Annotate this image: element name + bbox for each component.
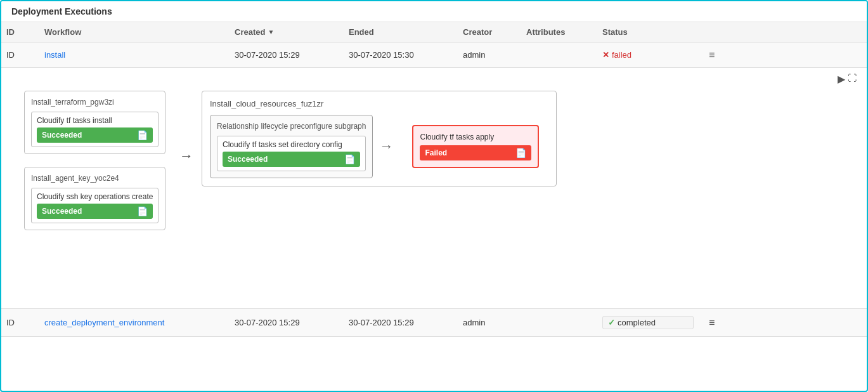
- node-terraform: Install_terraform_pgw3zi Cloudify tf tas…: [24, 91, 165, 154]
- header-id: ID: [1, 27, 39, 37]
- agent-status-bar: Succeeded 📄: [37, 204, 153, 219]
- header-ended: Ended: [344, 27, 458, 37]
- row1-ended: 30-07-2020 15:30: [344, 50, 458, 60]
- page-container: Deployment Executions ID Workflow Create…: [0, 0, 868, 392]
- row2-creator: admin: [458, 318, 521, 327]
- header-created: Created ▼: [230, 27, 344, 37]
- left-node-group: Install_terraform_pgw3zi Cloudify tf tas…: [24, 91, 165, 230]
- row2-workflow-link[interactable]: create_deployment_environment: [44, 318, 164, 327]
- check-mark-icon: ✓: [608, 318, 615, 327]
- play-icon[interactable]: ▶: [838, 73, 845, 85]
- agent-doc-icon[interactable]: 📄: [137, 206, 148, 216]
- agent-task-box: Cloudify ssh key operations create Succe…: [31, 188, 159, 223]
- header-attributes: Attributes: [521, 27, 597, 37]
- cloud-box-title: Install_cloud_resources_fuz1zr: [210, 99, 548, 108]
- menu-icon[interactable]: ≡: [704, 49, 720, 60]
- arrow-left-to-cloud: →: [179, 148, 193, 164]
- subgraph-task-label: Cloudify tf tasks set directory config: [223, 140, 360, 149]
- apply-doc-icon[interactable]: 📄: [515, 148, 526, 158]
- row2-workflow: create_deployment_environment: [39, 318, 230, 327]
- subgraph-box: Relationship lifecycle preconfigure subg…: [210, 115, 373, 178]
- header-status: Status: [597, 27, 699, 37]
- terraform-status-bar: Succeeded 📄: [37, 127, 153, 143]
- graph-area: ▶ ⛶ Install_terraform_pgw3zi Cloudify tf…: [1, 68, 867, 309]
- table-row-create-deployment: ID create_deployment_environment 30-07-2…: [1, 309, 867, 337]
- subgraph-status-bar: Succeeded 📄: [223, 152, 360, 167]
- agent-task-label: Cloudify ssh key operations create: [37, 192, 153, 201]
- node-agent-title: Install_agent_key_yoc2e4: [31, 174, 159, 183]
- subgraph-task-box: Cloudify tf tasks set directory config S…: [217, 136, 366, 171]
- terraform-task-box: Cloudify tf tasks install Succeeded 📄: [31, 112, 159, 147]
- row1-id: ID: [1, 50, 39, 60]
- table-row-install: ID install 30-07-2020 15:29 30-07-2020 1…: [1, 42, 867, 68]
- sort-arrow-icon[interactable]: ▼: [268, 29, 274, 36]
- node-terraform-title: Install_terraform_pgw3zi: [31, 98, 159, 107]
- graph-controls: ▶ ⛶: [838, 73, 857, 85]
- terraform-doc-icon[interactable]: 📄: [137, 130, 148, 140]
- table-header: ID Workflow Created ▼ Ended Creator Attr…: [1, 22, 867, 42]
- row1-menu[interactable]: ≡: [699, 49, 724, 61]
- row2-status: ✓ completed: [597, 316, 699, 329]
- row1-creator: admin: [458, 50, 521, 60]
- row2-menu-icon[interactable]: ≡: [704, 317, 720, 328]
- row1-status: ✕ failed: [597, 50, 699, 60]
- apply-task-label: Cloudify tf tasks apply: [420, 133, 531, 141]
- subgraph-doc-icon[interactable]: 📄: [344, 154, 355, 164]
- cloud-box: Install_cloud_resources_fuz1zr Relations…: [202, 91, 557, 186]
- arrow-subgraph-to-apply: →: [373, 138, 399, 155]
- header-creator: Creator: [458, 27, 521, 37]
- cloud-inner: Relationship lifecycle preconfigure subg…: [210, 115, 548, 178]
- row2-created: 30-07-2020 15:29: [230, 318, 344, 327]
- row2-id: ID: [1, 318, 39, 327]
- x-mark-icon: ✕: [602, 50, 609, 60]
- row2-menu[interactable]: ≡: [699, 317, 724, 329]
- header-workflow: Workflow: [39, 27, 230, 37]
- terraform-task-label: Cloudify tf tasks install: [37, 116, 153, 125]
- apply-box: Cloudify tf tasks apply Failed 📄: [412, 125, 539, 168]
- row1-created: 30-07-2020 15:29: [230, 50, 344, 60]
- apply-status-bar: Failed 📄: [420, 145, 531, 160]
- row2-ended: 30-07-2020 15:29: [344, 318, 458, 327]
- page-title: Deployment Executions: [1, 1, 867, 22]
- subgraph-title: Relationship lifecycle preconfigure subg…: [217, 122, 366, 131]
- status-completed-badge: ✓ completed: [602, 316, 694, 329]
- node-agent: Install_agent_key_yoc2e4 Cloudify ssh ke…: [24, 167, 165, 230]
- row1-workflow: install: [39, 50, 230, 60]
- row1-workflow-link[interactable]: install: [44, 50, 65, 60]
- status-failed-badge: ✕ failed: [602, 50, 694, 60]
- expand-icon[interactable]: ⛶: [848, 73, 857, 85]
